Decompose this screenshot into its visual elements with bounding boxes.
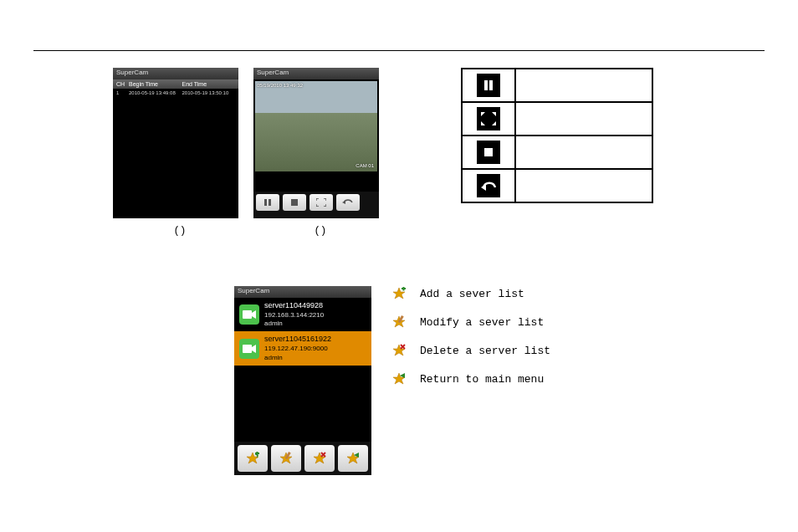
phone-record-list: SuperCam CH Begin Time End Time 1 2010-0… xyxy=(113,68,238,218)
col-end: End Time xyxy=(182,81,236,87)
playback-figure: SuperCam 05/19/2010 13:49:32 CAM 01 xyxy=(253,68,387,236)
fullscreen-icon xyxy=(477,107,500,130)
stop-button[interactable] xyxy=(283,194,306,211)
server-text: server11045161922 119.122.47.190:9000 ad… xyxy=(264,335,331,361)
server-name: server110449928 xyxy=(264,301,324,311)
server-user: admin xyxy=(264,320,324,328)
back-desc xyxy=(515,169,652,202)
svg-rect-29 xyxy=(403,287,405,291)
bottom-row: SuperCam server110449928 192.168.3.144:2… xyxy=(0,286,798,475)
fullscreen-button[interactable] xyxy=(309,194,333,211)
server-name: server11045161922 xyxy=(264,335,331,345)
svg-rect-14 xyxy=(243,345,252,353)
osd-channel: CAM 01 xyxy=(356,163,374,168)
add-icon xyxy=(391,286,407,301)
phone-playback: SuperCam 05/19/2010 13:49:32 CAM 01 xyxy=(253,68,379,218)
horizontal-rule xyxy=(33,50,765,51)
app-title-3: SuperCam xyxy=(234,286,371,298)
stop-desc xyxy=(515,136,652,169)
server-addr: 192.168.3.144:2210 xyxy=(264,311,324,320)
app-title-2: SuperCam xyxy=(253,68,379,79)
server-user: admin xyxy=(264,354,331,362)
pause-button[interactable] xyxy=(256,194,279,211)
server-item[interactable]: server110449928 192.168.3.144:2210 admin xyxy=(234,298,371,331)
app-title: SuperCam xyxy=(113,68,238,79)
camera-icon xyxy=(239,339,259,359)
svg-marker-13 xyxy=(252,310,256,319)
svg-rect-1 xyxy=(269,199,271,206)
server-item-selected[interactable]: server11045161922 119.122.47.190:9000 ad… xyxy=(234,331,371,365)
playback-controls xyxy=(253,192,379,218)
legend-modify: Modify a sever list xyxy=(391,315,550,330)
legend-modify-text: Modify a sever list xyxy=(420,316,544,329)
return-button[interactable] xyxy=(338,445,368,472)
svg-marker-6 xyxy=(481,112,485,116)
col-begin: Begin Time xyxy=(129,81,182,87)
pause-desc xyxy=(515,69,652,102)
col-ch: CH xyxy=(116,81,129,87)
svg-marker-7 xyxy=(492,112,496,116)
osd-timestamp: 05/19/2010 13:49:32 xyxy=(257,83,303,88)
legend-delete-text: Delete a server list xyxy=(420,345,550,357)
legend-delete: Delete a server list xyxy=(391,343,550,358)
back-button[interactable] xyxy=(336,194,360,211)
record-list-figure: SuperCam CH Begin Time End Time 1 2010-0… xyxy=(113,68,247,236)
camera-icon xyxy=(239,304,259,325)
svg-marker-9 xyxy=(492,121,496,125)
modify-icon xyxy=(391,315,407,330)
top-row: SuperCam CH Begin Time End Time 1 2010-0… xyxy=(0,68,798,236)
svg-rect-5 xyxy=(489,80,493,90)
cell-ch: 1 xyxy=(116,90,129,95)
delete-icon xyxy=(391,343,407,358)
return-icon xyxy=(391,371,407,386)
delete-server-button[interactable] xyxy=(304,445,335,472)
video-area[interactable]: 05/19/2010 13:49:32 CAM 01 xyxy=(255,81,377,171)
svg-marker-8 xyxy=(481,121,485,125)
record-list-caption: ( ) xyxy=(175,223,185,236)
record-list-header: CH Begin Time End Time xyxy=(113,79,238,89)
svg-rect-12 xyxy=(243,310,252,319)
svg-rect-0 xyxy=(264,199,267,206)
record-row[interactable]: 1 2010-05-19 13:49:08 2010-05-19 13:50:1… xyxy=(113,89,238,97)
playback-caption: ( ) xyxy=(315,223,325,236)
stop-icon xyxy=(477,141,500,164)
legend-return-text: Return to main menu xyxy=(420,373,544,386)
svg-rect-4 xyxy=(484,80,488,90)
serverlist-legend: Add a sever list Modify a sever list Del… xyxy=(391,286,550,400)
server-addr: 119.122.47.190:9000 xyxy=(264,345,331,353)
add-server-button[interactable] xyxy=(238,445,268,472)
svg-rect-10 xyxy=(484,148,493,156)
legend-add-text: Add a sever list xyxy=(420,288,524,300)
player-icon-table xyxy=(461,68,653,203)
pause-icon xyxy=(477,74,500,97)
svg-rect-19 xyxy=(257,452,258,456)
phone-serverlist: SuperCam server110449928 192.168.3.144:2… xyxy=(234,286,371,475)
legend-return: Return to main menu xyxy=(391,371,550,386)
serverlist-toolbar xyxy=(234,442,371,475)
fullscreen-desc xyxy=(515,102,652,136)
modify-server-button[interactable] xyxy=(271,445,301,472)
server-text: server110449928 192.168.3.144:2210 admin xyxy=(264,301,324,328)
cell-end: 2010-05-19 13:50:10 xyxy=(182,90,236,95)
legend-add: Add a sever list xyxy=(391,286,550,301)
back-icon xyxy=(477,174,500,197)
cell-begin: 2010-05-19 13:49:08 xyxy=(129,90,182,95)
svg-marker-15 xyxy=(252,345,256,353)
svg-rect-2 xyxy=(291,199,298,206)
